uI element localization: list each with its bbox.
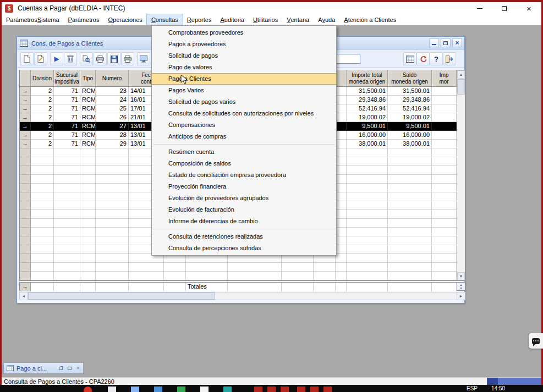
- menu-item-pago-a-clientes[interactable]: Pago a Clientes: [152, 73, 336, 85]
- menu-item-consulta-de-solicitudes-con-autorizaciones-por-niveles[interactable]: Consulta de solicitudes con autorizacion…: [152, 108, 336, 119]
- menu-item-comprobantes-proveedores[interactable]: Comprobantes proveedores: [152, 27, 336, 38]
- minimized-close-button[interactable]: ×: [74, 365, 82, 372]
- cell: [314, 263, 336, 272]
- restore-icon: [59, 367, 63, 370]
- menubar-item-reportes[interactable]: Reportes: [183, 14, 216, 25]
- grid-header-numero[interactable]: Numero: [96, 70, 129, 87]
- scroll-right-arrow[interactable]: ►: [457, 292, 465, 300]
- taskbar-icon-2[interactable]: [131, 387, 139, 392]
- save-button[interactable]: [107, 52, 120, 65]
- grid-header-division[interactable]: Division: [31, 70, 54, 87]
- taskbar-icon-8[interactable]: [267, 387, 276, 392]
- grid-header-tipo[interactable]: Tipo: [80, 70, 96, 87]
- cell: [432, 210, 457, 219]
- minimize-button[interactable]: [467, 2, 492, 14]
- menubar-item-operaciones[interactable]: Operaciones: [103, 14, 146, 25]
- scroll-down-arrow[interactable]: ▼: [457, 272, 465, 280]
- export-button[interactable]: [137, 52, 150, 65]
- taskbar-icon-9[interactable]: [281, 387, 289, 392]
- vertical-scrollbar[interactable]: ▲ ▼: [457, 70, 465, 280]
- grid-button[interactable]: [403, 52, 416, 65]
- menubar-item-parametros-sistema[interactable]: Parámetros Sistema: [2, 14, 64, 25]
- menu-item-informe-de-diferencias-de-cambio[interactable]: Informe de diferencias de cambio: [152, 216, 336, 227]
- scroll-up-arrow[interactable]: ▲: [457, 70, 465, 79]
- row-indicator: [20, 148, 31, 157]
- menu-item-estado-de-conciliacion-empresa-proveedora[interactable]: Estado de conciliación empresa proveedor…: [152, 169, 336, 181]
- menu-item-pagos-varios[interactable]: Pagos Varios: [152, 85, 336, 96]
- menu-item-solicitud-de-pagos[interactable]: Solicitud de pagos: [152, 50, 336, 62]
- grid-header-importe-total-moneda-origen[interactable]: Importe total moneda origen: [347, 70, 388, 87]
- exit-button[interactable]: [443, 52, 456, 65]
- taskbar-icon-0[interactable]: [84, 387, 92, 392]
- cell: [31, 236, 54, 245]
- status-segment-dark: [487, 378, 498, 385]
- menu-item-pagos-a-proveedores[interactable]: Pagos a proveedores: [152, 38, 336, 50]
- taskbar-icon-6[interactable]: [223, 387, 232, 392]
- scroll-left-arrow[interactable]: ◄: [20, 292, 28, 300]
- menu-item-consulta-de-percepciones-sufridas[interactable]: Consulta de percepciones sufridas: [152, 242, 336, 254]
- menubar-item-atencion-a-clientes[interactable]: Atención a Clientes: [339, 14, 401, 25]
- grid-header-sucursal-impositiva[interactable]: Sucursal impositiva: [54, 70, 80, 87]
- taskbar-icon-5[interactable]: [200, 387, 209, 392]
- cell: [282, 263, 314, 272]
- delete-button[interactable]: [64, 52, 77, 65]
- edit-button[interactable]: [34, 52, 47, 65]
- taskbar-icon-4[interactable]: [177, 387, 185, 392]
- menu-item-anticipos-de-compras[interactable]: Anticipos de compras: [152, 131, 336, 142]
- child-maximize-button[interactable]: [441, 38, 451, 47]
- taskbar-icon-1[interactable]: [108, 387, 116, 392]
- minimized-restore-button[interactable]: [57, 365, 64, 372]
- preview-button[interactable]: [80, 52, 93, 65]
- taskbar-icon-3[interactable]: [154, 387, 162, 392]
- menu-item-evolucion-de-facturacion[interactable]: Evolución de facturación: [152, 204, 336, 216]
- menubar-item-ayuda[interactable]: Ayuda: [314, 14, 339, 25]
- cell: [388, 175, 432, 184]
- minimized-window[interactable]: Pago a cl... ×: [3, 362, 84, 374]
- horizontal-scrollbar[interactable]: ◄ ►: [19, 292, 465, 300]
- run-button[interactable]: ▶: [50, 52, 63, 65]
- menubar-item-utilitarios[interactable]: Utilitarios: [249, 14, 282, 25]
- grid-header-col-10[interactable]: [336, 70, 347, 87]
- taskbar-icon-10[interactable]: [297, 387, 305, 392]
- cell: 2: [31, 131, 54, 140]
- taskbar-icon-12[interactable]: [323, 387, 332, 392]
- menu-item-solicitud-de-pagos-varios[interactable]: Solicitud de pagos varios: [152, 96, 336, 108]
- menu-item-evolucion-de-proveedores-agrupados[interactable]: Evolución de proveedores agrupados: [152, 192, 336, 204]
- menu-item-resumen-cuenta[interactable]: Resúmen cuenta: [152, 146, 336, 158]
- print-setup-button[interactable]: [121, 52, 134, 65]
- close-button[interactable]: ×: [517, 2, 541, 14]
- menubar-item-ventana[interactable]: Ventana: [282, 14, 314, 25]
- menu-item-proyeccion-financiera[interactable]: Proyección financiera: [152, 181, 336, 192]
- cell: [54, 175, 80, 184]
- menu-item-consulta-de-retenciones-realizadas[interactable]: Consulta de retenciones realizadas: [152, 231, 336, 242]
- vscrollbar-thumb[interactable]: [457, 79, 465, 95]
- menubar-item-consultas[interactable]: Consultas: [147, 14, 183, 25]
- hscrollbar-thumb[interactable]: [28, 292, 215, 300]
- cell: [432, 192, 457, 201]
- maximize-icon: [68, 367, 72, 370]
- help-button[interactable]: ?: [430, 52, 443, 65]
- maximize-button[interactable]: [492, 2, 517, 14]
- grid-header-imp-mor[interactable]: Imp mor: [432, 70, 457, 87]
- cell: [80, 175, 96, 184]
- menu-item-composicion-de-saldos[interactable]: Composición de saldos: [152, 158, 336, 169]
- language-indicator[interactable]: ESP: [467, 385, 478, 391]
- chat-overlay-button[interactable]: [529, 333, 543, 349]
- clock[interactable]: 14:50: [491, 385, 505, 391]
- menubar-item-parametros[interactable]: Parámetros: [64, 14, 104, 25]
- print-button[interactable]: [94, 52, 107, 65]
- cell: [336, 192, 347, 201]
- footer-spinner[interactable]: ▲ ▼: [457, 283, 465, 290]
- refresh-button[interactable]: [416, 52, 430, 65]
- menubar-item-auditoria[interactable]: Auditoria: [216, 14, 248, 25]
- child-minimize-button[interactable]: [429, 38, 439, 47]
- child-close-button[interactable]: ×: [452, 38, 462, 47]
- grid-header-saldo-moneda-origen[interactable]: Saldo moneda origen: [388, 70, 432, 87]
- new-button[interactable]: [20, 52, 34, 65]
- minimized-maximize-button[interactable]: [65, 365, 73, 372]
- taskbar-icon-7[interactable]: [254, 387, 262, 392]
- row-indicator: [20, 236, 31, 245]
- menu-item-pago-de-valores[interactable]: Pago de valores: [152, 62, 336, 73]
- menu-item-compensaciones[interactable]: Compensaciones: [152, 119, 336, 131]
- taskbar-icon-11[interactable]: [310, 387, 319, 392]
